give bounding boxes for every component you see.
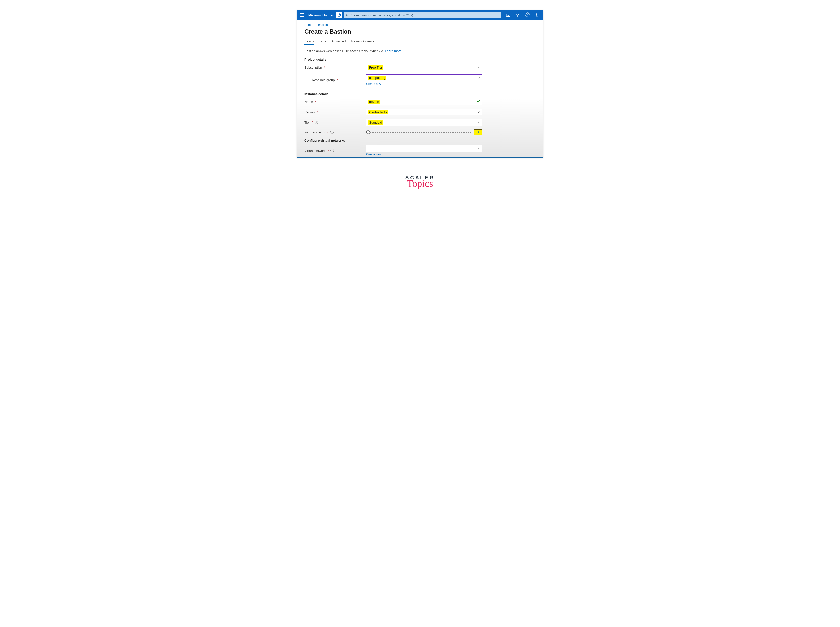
- info-icon[interactable]: i: [330, 149, 334, 152]
- brand-label: Microsoft Azure: [307, 13, 336, 17]
- hamburger-menu-icon[interactable]: [297, 10, 307, 20]
- field-instance-count: Instance count* i 2: [305, 129, 535, 135]
- required-star: *: [315, 100, 316, 104]
- required-star: *: [324, 66, 325, 69]
- subscription-label: Subscription*: [305, 66, 366, 69]
- chevron-down-icon: [477, 147, 480, 150]
- breadcrumb-bastions[interactable]: Bastions: [318, 23, 329, 27]
- description-text: Bastion allows web based RDP access to y…: [305, 49, 385, 53]
- search-placeholder: Search resources, services, and docs (G+…: [351, 13, 413, 17]
- settings-icon[interactable]: [532, 11, 540, 19]
- chevron-down-icon: [477, 121, 480, 124]
- tier-select[interactable]: Standard: [366, 119, 482, 126]
- tab-bar: Basics Tags Advanced Review + create: [305, 39, 535, 45]
- vnet-create-new-link[interactable]: Create new: [366, 153, 381, 156]
- chevron-down-icon: [477, 66, 480, 69]
- instance-count-value: 2: [474, 129, 482, 135]
- virtual-network-label: Virtual network* i: [305, 149, 366, 153]
- required-star: *: [327, 131, 328, 134]
- info-icon[interactable]: i: [330, 131, 333, 134]
- search-input[interactable]: Search resources, services, and docs (G+…: [344, 12, 502, 18]
- tier-value: Standard: [368, 120, 383, 124]
- topbar-actions: 1: [504, 11, 543, 19]
- directory-filter-icon[interactable]: [513, 11, 522, 19]
- tab-basics[interactable]: Basics: [305, 39, 314, 45]
- cloud-shell-icon[interactable]: [504, 11, 512, 19]
- logo-line2: Topics: [406, 178, 434, 189]
- name-value: dev-bh: [368, 100, 380, 104]
- required-star: *: [317, 110, 318, 114]
- section-configure-vnets: Configure virtual networks: [305, 139, 535, 142]
- subscription-select[interactable]: Free Trial: [366, 64, 482, 71]
- subscription-value: Free Trial: [368, 65, 384, 69]
- required-star: *: [337, 78, 338, 82]
- section-project-details: Project details: [305, 58, 535, 61]
- azure-portal-window: Microsoft Azure Search resources, servic…: [297, 10, 543, 158]
- svg-point-4: [346, 14, 348, 16]
- chevron-right-icon: ›: [332, 23, 333, 27]
- scaler-topics-logo: SCALER Topics: [406, 175, 434, 189]
- validation-check-icon: [477, 100, 480, 104]
- field-tier: Tier* i Standard: [305, 119, 535, 126]
- slider-thumb[interactable]: [366, 130, 370, 134]
- field-resource-group: Resource group* compute-rg Create new: [305, 74, 535, 86]
- tier-label: Tier* i: [305, 121, 366, 124]
- section-instance-details: Instance details: [305, 92, 535, 96]
- field-region: Region* Central India: [305, 109, 535, 115]
- virtual-network-select[interactable]: [366, 145, 482, 152]
- field-subscription: Subscription* Free Trial: [305, 64, 535, 71]
- resource-group-create-new-link[interactable]: Create new: [366, 82, 381, 86]
- page-title: Create a Bastion: [305, 28, 351, 35]
- svg-rect-6: [507, 14, 510, 17]
- resource-group-select[interactable]: compute-rg: [366, 74, 482, 81]
- instance-count-slider[interactable]: 2: [366, 129, 482, 135]
- notifications-icon[interactable]: 1: [523, 11, 531, 19]
- instance-count-label: Instance count* i: [305, 131, 366, 134]
- region-label: Region*: [305, 110, 366, 114]
- region-select[interactable]: Central India: [366, 109, 482, 115]
- field-virtual-network: Virtual network* i Create new: [305, 145, 535, 156]
- name-input[interactable]: dev-bh: [366, 98, 482, 105]
- breadcrumb: Home › Bastions ›: [305, 23, 535, 27]
- required-star: *: [312, 121, 313, 124]
- chevron-right-icon: ›: [314, 23, 316, 27]
- search-icon: [346, 13, 349, 17]
- resource-group-label: Resource group*: [305, 78, 366, 82]
- svg-rect-2: [300, 16, 304, 17]
- tab-advanced[interactable]: Advanced: [332, 39, 346, 45]
- svg-rect-0: [300, 13, 304, 14]
- svg-rect-1: [300, 15, 304, 15]
- field-name: Name* dev-bh: [305, 98, 535, 105]
- chevron-down-icon: [477, 110, 480, 113]
- top-bar: Microsoft Azure Search resources, servic…: [297, 10, 543, 20]
- more-actions-icon[interactable]: …: [354, 30, 357, 33]
- svg-line-5: [348, 16, 349, 17]
- page-content: Home › Bastions › Create a Bastion … Bas…: [297, 20, 543, 156]
- chevron-down-icon: [477, 76, 480, 79]
- name-label: Name*: [305, 100, 366, 104]
- resource-group-value: compute-rg: [368, 76, 386, 80]
- svg-point-8: [536, 14, 537, 16]
- page-title-row: Create a Bastion …: [305, 28, 535, 35]
- info-icon[interactable]: i: [314, 121, 318, 124]
- description: Bastion allows web based RDP access to y…: [305, 49, 535, 53]
- region-value: Central India: [368, 110, 388, 114]
- tab-tags[interactable]: Tags: [319, 39, 326, 45]
- breadcrumb-home[interactable]: Home: [305, 23, 313, 27]
- copilot-icon[interactable]: [336, 12, 343, 18]
- required-star: *: [328, 149, 329, 153]
- learn-more-link[interactable]: Learn more.: [385, 49, 402, 53]
- notification-badge: 1: [527, 12, 530, 15]
- tab-review-create[interactable]: Review + create: [351, 39, 374, 45]
- slider-track: [370, 132, 471, 133]
